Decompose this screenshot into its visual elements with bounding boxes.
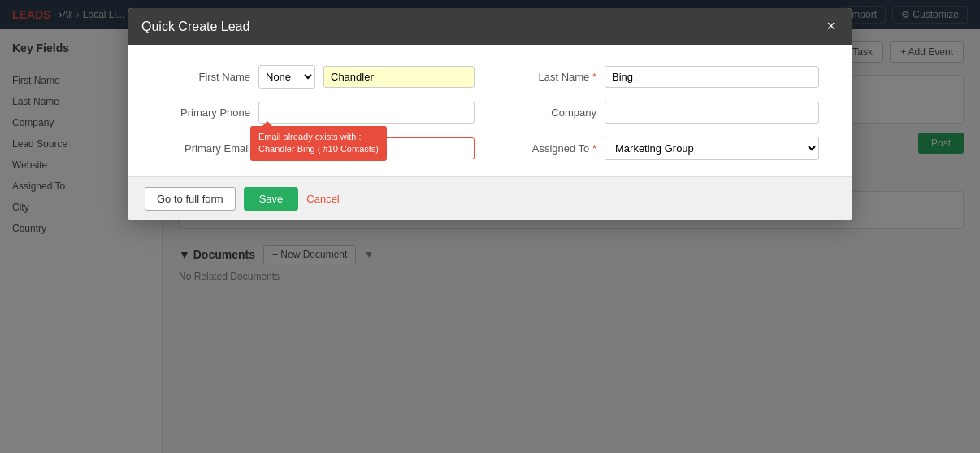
first-name-row: First Name None Mr. Ms. Mrs. Dr. xyxy=(161,65,475,89)
modal-overlay: Quick Create Lead × First Name None Mr. … xyxy=(0,0,980,453)
modal-footer: Go to full form Save Cancel xyxy=(128,176,852,220)
company-label: Company xyxy=(507,107,596,119)
go-to-full-form-button[interactable]: Go to full form xyxy=(145,187,236,211)
primary-phone-input[interactable] xyxy=(258,102,475,124)
assigned-to-row: Assigned To Marketing Group Sales Group xyxy=(507,137,819,160)
company-input[interactable] xyxy=(605,102,819,124)
assigned-to-label: Assigned To xyxy=(507,142,596,155)
modal-close-button[interactable]: × xyxy=(823,18,839,35)
primary-email-label: Primary Email xyxy=(161,142,250,155)
modal-body: First Name None Mr. Ms. Mrs. Dr. Last Na… xyxy=(128,45,852,176)
email-exists-tooltip: Email already exists with : Chandler Bin… xyxy=(250,126,387,161)
form-grid: First Name None Mr. Ms. Mrs. Dr. Last Na… xyxy=(161,65,819,160)
company-row: Company xyxy=(507,102,819,124)
primary-phone-row: Primary Phone Email already exists with … xyxy=(161,102,475,124)
first-name-label: First Name xyxy=(161,71,250,83)
last-name-row: Last Name xyxy=(507,65,819,89)
last-name-input[interactable] xyxy=(605,66,819,88)
last-name-label: Last Name xyxy=(507,71,596,83)
modal-title: Quick Create Lead xyxy=(141,20,249,34)
name-prefix-select[interactable]: None Mr. Ms. Mrs. Dr. xyxy=(258,65,315,89)
first-name-input[interactable] xyxy=(323,66,475,88)
cancel-button[interactable]: Cancel xyxy=(306,193,339,205)
save-button[interactable]: Save xyxy=(244,187,299,211)
quick-create-modal: Quick Create Lead × First Name None Mr. … xyxy=(128,8,852,220)
modal-header: Quick Create Lead × xyxy=(128,8,852,45)
primary-phone-label: Primary Phone xyxy=(161,107,250,119)
assigned-to-select[interactable]: Marketing Group Sales Group xyxy=(605,137,819,160)
